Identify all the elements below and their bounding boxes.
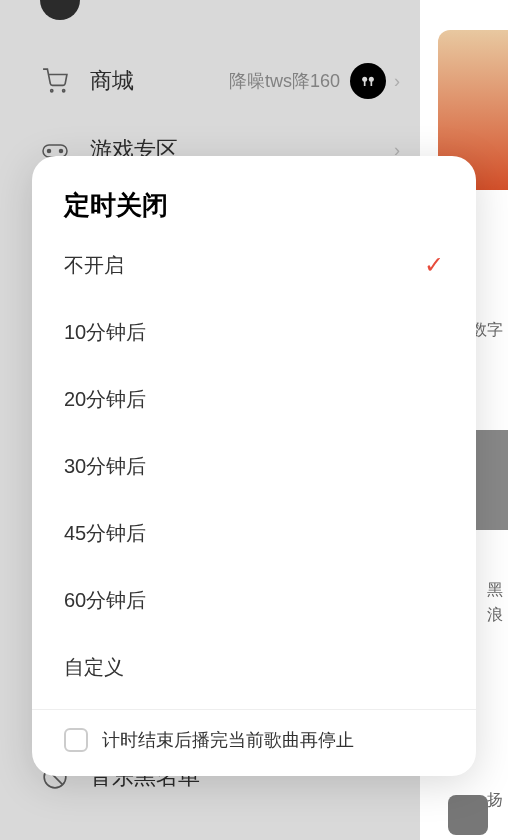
timer-option-off[interactable]: 不开启 ✓	[32, 231, 476, 299]
timer-modal: 定时关闭 不开启 ✓ 10分钟后 20分钟后 30分钟后 45分钟后 60分钟后…	[32, 156, 476, 776]
option-label: 自定义	[64, 654, 124, 681]
option-label: 60分钟后	[64, 587, 146, 614]
timer-option-10min[interactable]: 10分钟后	[32, 299, 476, 366]
category-label[interactable]: 扬	[487, 790, 503, 811]
option-label: 45分钟后	[64, 520, 146, 547]
category-label[interactable]: 浪	[487, 605, 503, 626]
finish-song-checkbox[interactable]	[64, 728, 88, 752]
option-label: 30分钟后	[64, 453, 146, 480]
check-icon: ✓	[424, 251, 444, 279]
mini-player-thumb[interactable]	[448, 795, 488, 835]
option-label: 20分钟后	[64, 386, 146, 413]
option-label: 10分钟后	[64, 319, 146, 346]
background-page: 商城 降噪tws降160 › 游戏专区 ›	[0, 0, 508, 840]
footer-label: 计时结束后播完当前歌曲再停止	[102, 728, 354, 752]
modal-title: 定时关闭	[32, 188, 476, 231]
category-label[interactable]: 黑	[487, 580, 503, 601]
timer-option-20min[interactable]: 20分钟后	[32, 366, 476, 433]
modal-footer[interactable]: 计时结束后播完当前歌曲再停止	[32, 709, 476, 752]
timer-option-45min[interactable]: 45分钟后	[32, 500, 476, 567]
timer-option-custom[interactable]: 自定义	[32, 634, 476, 701]
option-label: 不开启	[64, 252, 124, 279]
timer-option-30min[interactable]: 30分钟后	[32, 433, 476, 500]
timer-option-60min[interactable]: 60分钟后	[32, 567, 476, 634]
